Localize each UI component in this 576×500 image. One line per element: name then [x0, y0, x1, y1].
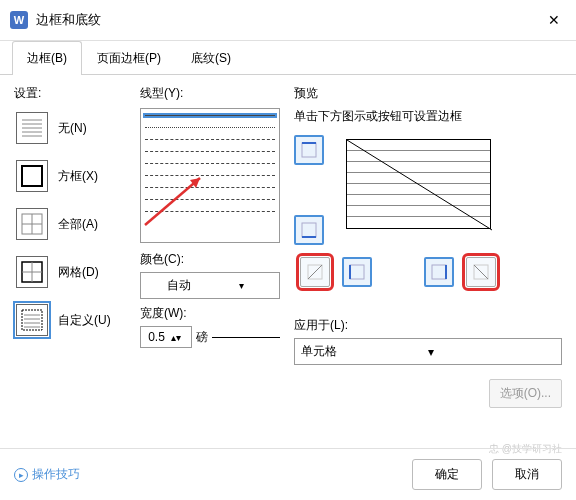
width-stepper[interactable]: 0.5 ▴▾	[140, 326, 192, 348]
apply-label: 应用于(L):	[294, 317, 562, 334]
width-sample-line	[212, 337, 280, 338]
close-button[interactable]: ✕	[542, 8, 566, 32]
diagonal-down-button[interactable]	[300, 257, 330, 287]
setting-label: 无(N)	[58, 120, 87, 137]
tab-page-borders[interactable]: 页面边框(P)	[82, 41, 176, 75]
setting-grid[interactable]: 网格(D)	[14, 252, 126, 292]
grid-icon	[16, 256, 48, 288]
linestyle-list[interactable]	[140, 108, 280, 243]
setting-custom[interactable]: 自定义(U)	[14, 300, 126, 340]
tab-borders[interactable]: 边框(B)	[12, 41, 82, 75]
color-select[interactable]: 自动 ▾	[140, 272, 280, 299]
setting-label: 方框(X)	[58, 168, 98, 185]
svg-line-23	[308, 265, 322, 279]
color-value: 自动	[147, 277, 210, 294]
tab-shading[interactable]: 底纹(S)	[176, 41, 246, 75]
svg-rect-17	[302, 143, 316, 157]
tips-link[interactable]: ▸ 操作技巧	[14, 466, 80, 483]
all-icon	[16, 208, 48, 240]
settings-label: 设置:	[14, 85, 126, 102]
setting-all[interactable]: 全部(A)	[14, 204, 126, 244]
apply-select[interactable]: 单元格 ▾	[294, 338, 562, 365]
setting-box[interactable]: 方框(X)	[14, 156, 126, 196]
dialog-title: 边框和底纹	[36, 11, 542, 29]
width-value: 0.5	[147, 330, 166, 344]
svg-rect-5	[22, 166, 42, 186]
chevron-down-icon: ▾	[428, 345, 555, 359]
tab-bar: 边框(B) 页面边框(P) 底纹(S)	[0, 41, 576, 75]
setting-none[interactable]: 无(N)	[14, 108, 126, 148]
ok-button[interactable]: 确定	[412, 459, 482, 490]
tips-label: 操作技巧	[32, 466, 80, 483]
preview-diagram[interactable]	[346, 139, 491, 229]
setting-label: 网格(D)	[58, 264, 99, 281]
border-bottom-button[interactable]	[294, 215, 324, 245]
svg-rect-19	[302, 223, 316, 237]
setting-label: 自定义(U)	[58, 312, 111, 329]
none-icon	[16, 112, 48, 144]
stepper-arrows-icon: ▴▾	[166, 332, 185, 343]
width-unit: 磅	[196, 329, 208, 346]
box-icon	[16, 160, 48, 192]
border-top-button[interactable]	[294, 135, 324, 165]
preview-hint: 单击下方图示或按钮可设置边框	[294, 108, 562, 125]
apply-value: 单元格	[301, 343, 428, 360]
custom-icon	[16, 304, 48, 336]
width-label: 宽度(W):	[140, 305, 280, 322]
color-label: 颜色(C):	[140, 251, 280, 268]
cancel-button[interactable]: 取消	[492, 459, 562, 490]
info-icon: ▸	[14, 468, 28, 482]
linestyle-label: 线型(Y):	[140, 85, 280, 102]
chevron-down-icon: ▾	[210, 280, 273, 291]
options-button: 选项(O)...	[489, 379, 562, 408]
app-icon: W	[10, 11, 28, 29]
setting-label: 全部(A)	[58, 216, 98, 233]
svg-line-21	[347, 140, 492, 230]
preview-label: 预览	[294, 85, 562, 102]
